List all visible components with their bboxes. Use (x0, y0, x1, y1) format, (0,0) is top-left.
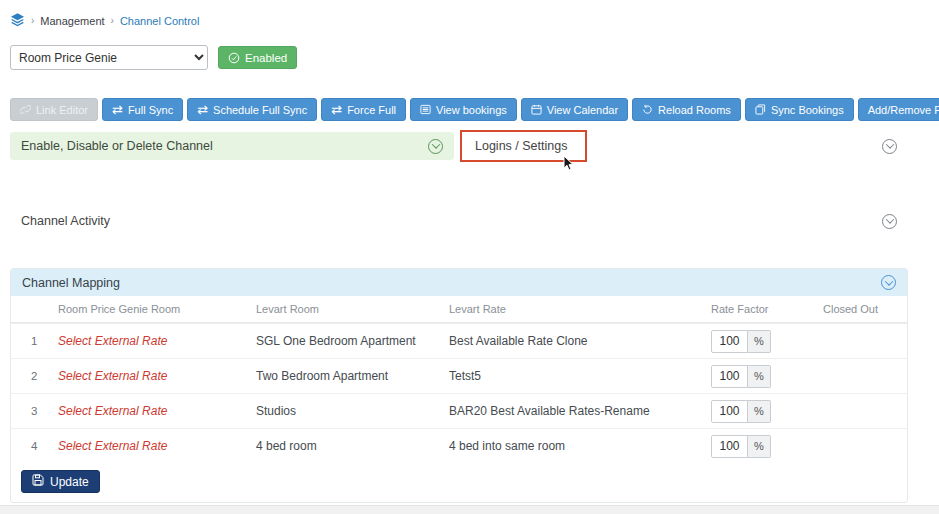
channel-select[interactable]: Room Price Genie (10, 45, 208, 70)
percent-addon: % (748, 400, 771, 423)
link-icon (20, 104, 31, 115)
layers-icon[interactable] (10, 12, 25, 29)
view-calendar-button[interactable]: View Calendar (521, 98, 628, 121)
toolbar-button-label: Full Sync (128, 104, 173, 116)
rate-factor-group: % (711, 365, 771, 388)
section-title: Channel Mapping (22, 276, 120, 290)
section-enable-disable-delete-channel[interactable]: Enable, Disable or Delete Channel (10, 132, 454, 160)
levart-room-cell: Studios (246, 404, 439, 418)
row-index: 2 (11, 370, 48, 382)
save-icon (32, 474, 44, 489)
row-index: 4 (11, 440, 48, 452)
sync-icon: ⇄ (112, 103, 123, 116)
section-channel-mapping[interactable]: Channel Mapping (11, 269, 907, 296)
rate-factor-group: % (711, 400, 771, 423)
breadcrumb-management[interactable]: Management (40, 15, 104, 27)
table-row: 2 Select External Rate Two Bedroom Apart… (11, 358, 907, 393)
toolbar-button-label: Reload Rooms (658, 104, 731, 116)
toolbar-button-label: Add/Remove Profile Rates (868, 104, 939, 116)
add-remove-profile-rates-button[interactable]: Add/Remove Profile Rates (858, 98, 939, 121)
select-external-rate-link[interactable]: Select External Rate (58, 404, 167, 418)
header-closed-out: Closed Out (813, 303, 907, 315)
update-button[interactable]: Update (21, 470, 100, 493)
channel-select-row: Room Price Genie Enabled (10, 45, 908, 70)
section-title: Channel Activity (21, 214, 110, 228)
mouse-cursor-icon (563, 155, 576, 172)
breadcrumb-separator: › (111, 15, 114, 26)
bottom-divider (0, 505, 939, 514)
list-icon (420, 104, 431, 115)
row-index: 1 (11, 335, 48, 347)
rate-factor-input[interactable] (711, 365, 748, 388)
toolbar: Link Editor ⇄ Full Sync ⇄ Schedule Full … (10, 98, 908, 121)
breadcrumb-separator: › (31, 15, 34, 26)
toolbar-button-label: Force Full (347, 104, 396, 116)
levart-rate-cell: BAR20 Best Available Rates-Rename (439, 404, 701, 418)
select-external-rate-link[interactable]: Select External Rate (58, 334, 167, 348)
section-channel-activity[interactable]: Channel Activity (10, 206, 908, 236)
section-title: Logins / Settings (475, 139, 567, 153)
schedule-full-sync-button[interactable]: ⇄ Schedule Full Sync (187, 98, 317, 121)
select-external-rate-link[interactable]: Select External Rate (58, 439, 167, 453)
sync-icon: ⇄ (197, 103, 208, 116)
percent-addon: % (748, 435, 771, 458)
page: › Management › Channel Control Room Pric… (0, 0, 939, 503)
chevron-down-icon[interactable] (881, 275, 896, 290)
update-button-label: Update (50, 475, 89, 489)
header-levart-rate: Levart Rate (439, 303, 701, 315)
rate-factor-input[interactable] (711, 435, 748, 458)
update-row: Update (11, 463, 907, 502)
levart-room-cell: 4 bed room (246, 439, 439, 453)
rate-factor-group: % (711, 330, 771, 353)
reload-rooms-button[interactable]: Reload Rooms (632, 98, 741, 121)
rate-factor-input[interactable] (711, 400, 748, 423)
row-index: 3 (11, 405, 48, 417)
reload-icon (642, 104, 653, 115)
section-title: Enable, Disable or Delete Channel (21, 139, 213, 153)
toolbar-button-label: Link Editor (36, 104, 88, 116)
levart-rate-cell: Best Available Rate Clone (439, 334, 701, 348)
calendar-icon (531, 104, 542, 115)
toolbar-button-label: Sync Bookings (771, 104, 844, 116)
enabled-badge-label: Enabled (245, 52, 287, 64)
view-bookings-button[interactable]: View bookings (410, 98, 517, 121)
full-sync-button[interactable]: ⇄ Full Sync (102, 98, 183, 121)
section-logins-settings[interactable]: Logins / Settings (464, 132, 908, 160)
accordion-row: Enable, Disable or Delete Channel Logins… (10, 132, 908, 160)
breadcrumb-channel-control[interactable]: Channel Control (120, 15, 200, 27)
mapping-table-header: Room Price Genie Room Levart Room Levart… (11, 296, 907, 323)
chevron-down-icon[interactable] (428, 139, 443, 154)
header-levart-room: Levart Room (246, 303, 439, 315)
sync-icon: ⇄ (331, 103, 342, 116)
rate-factor-input[interactable] (711, 330, 748, 353)
toolbar-button-label: Schedule Full Sync (213, 104, 307, 116)
percent-addon: % (748, 330, 771, 353)
rate-factor-group: % (711, 435, 771, 458)
levart-rate-cell: 4 bed into same room (439, 439, 701, 453)
select-external-rate-link[interactable]: Select External Rate (58, 369, 167, 383)
percent-addon: % (748, 365, 771, 388)
breadcrumb: › Management › Channel Control (10, 12, 908, 29)
force-full-button[interactable]: ⇄ Force Full (321, 98, 406, 121)
check-circle-icon (228, 52, 240, 64)
levart-room-cell: SGL One Bedroom Apartment (246, 334, 439, 348)
levart-rate-cell: Tetst5 (439, 369, 701, 383)
header-rpg-room: Room Price Genie Room (48, 303, 246, 315)
toolbar-button-label: View Calendar (547, 104, 618, 116)
link-editor-button[interactable]: Link Editor (10, 98, 98, 121)
table-row: 4 Select External Rate 4 bed room 4 bed … (11, 428, 907, 463)
enabled-badge[interactable]: Enabled (218, 46, 297, 69)
toolbar-button-label: View bookings (436, 104, 507, 116)
levart-room-cell: Two Bedroom Apartment (246, 369, 439, 383)
chevron-down-icon[interactable] (882, 139, 897, 154)
chevron-down-icon[interactable] (882, 214, 897, 229)
table-row: 1 Select External Rate SGL One Bedroom A… (11, 323, 907, 358)
header-rate-factor: Rate Factor (701, 303, 813, 315)
copy-icon (755, 104, 766, 115)
table-row: 3 Select External Rate Studios BAR20 Bes… (11, 393, 907, 428)
channel-mapping-panel: Channel Mapping Room Price Genie Room Le… (10, 268, 908, 503)
sync-bookings-button[interactable]: Sync Bookings (745, 98, 854, 121)
